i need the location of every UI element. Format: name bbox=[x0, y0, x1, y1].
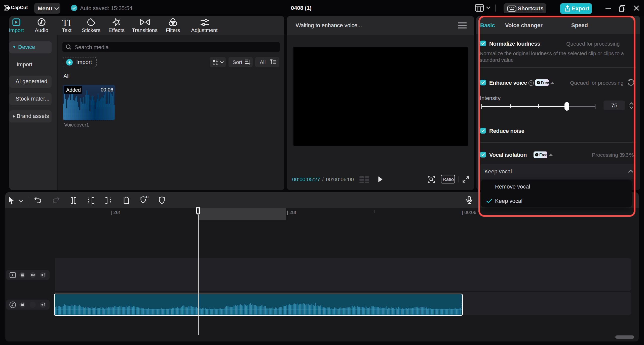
svg-text:AI: AI bbox=[145, 196, 148, 199]
